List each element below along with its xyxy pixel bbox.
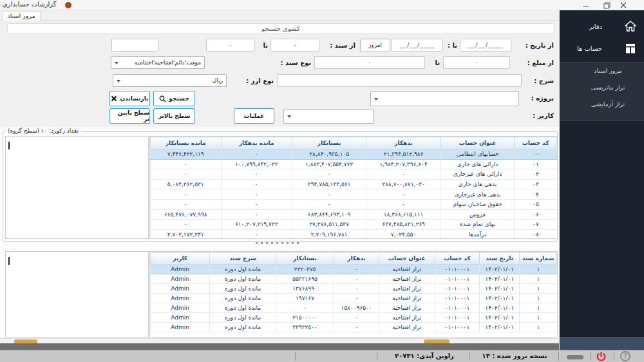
table-row[interactable]: ۱۱۴۰۲/۰۱/۰۱۰۱۰۱۰۰۰۱تراز افتتاحیه۰۲۱۵۰۰۰۰… [151, 313, 557, 323]
table-row[interactable]: ۰۳بدهی های جاری۲۸۸,۷۰۰,۸۷۱,۰۳۰۲۹۳,۷۸۵,۱۳… [151, 179, 557, 189]
search-drawer-header[interactable]: کشوی جستجو [7, 23, 554, 34]
column-header[interactable]: عنوان حساب [379, 252, 435, 265]
table-cell: ۰ [151, 159, 222, 169]
sidebar-item-document-review[interactable]: مرور اسناد [560, 62, 644, 79]
table-cell: تراز افتتاحیه [379, 274, 435, 284]
reset-button-label: بازنشاندن [120, 95, 148, 102]
splitter-handle[interactable] [219, 241, 335, 245]
column-header[interactable]: کد حساب [515, 137, 557, 149]
from-doc-input[interactable]: ۰ [270, 39, 319, 52]
table-row[interactable]: ۱۱۴۰۲/۰۱/۰۱۰۱۰۱۰۰۰۱تراز افتتاحیه۰۳۳۹۳۲۵۰… [151, 323, 557, 332]
extra-input[interactable] [111, 39, 158, 52]
sidebar-item-matrix-balance[interactable]: تراز ماتریسی [560, 79, 644, 96]
window-title: گزارشات حسابداری [3, 1, 57, 8]
column-header[interactable]: بستانکار [276, 252, 334, 265]
sidebar-item-ledgers[interactable]: دفاتر [560, 18, 644, 37]
table-cell: ۰ [151, 220, 222, 230]
tab-document-review[interactable]: مرور اسناد [2, 11, 41, 21]
table-cell: ۰ [151, 169, 222, 180]
table-cell: تراز افتتاحیه [379, 284, 435, 294]
tree-panel-bottom[interactable] [5, 251, 149, 338]
search-button[interactable]: جستجو [153, 91, 195, 106]
search-button-label: جستجو [169, 95, 189, 102]
table-row[interactable]: ۰۵حقوق صاحبان سهام۰۰۰۰ [151, 199, 557, 209]
column-header[interactable]: مانده بدهکار [221, 137, 292, 149]
column-header[interactable]: کد حساب [435, 252, 480, 265]
table-cell: ۰ [334, 284, 379, 294]
table-cell: ۰ [366, 199, 440, 209]
from-amount-input[interactable]: ۰ [443, 56, 510, 69]
column-header[interactable]: تاریخ سند [480, 252, 520, 265]
table-cell: ۲۹۳,۷۸۵,۱۳۳,۵۶۱ [292, 179, 366, 189]
close-button[interactable] [619, 1, 628, 9]
column-header[interactable]: شرح سند [210, 252, 276, 265]
table-cell: ۰ [221, 189, 292, 200]
column-header[interactable]: کاربر [151, 252, 210, 265]
record-count-label: تعداد رکورد: ۱۰ (سطح گروه) [5, 128, 81, 134]
table-row[interactable]: ۰۸درآمدها۷,۰۲۴,۵۵۰۲,۷۰۹,۱۹۶,۷۸۱۰۲,۷۰۲,۱۷… [151, 229, 557, 239]
table-cell: ۰ [334, 313, 379, 323]
level-up-button[interactable]: سطح بالاتر [153, 108, 195, 124]
to-amount-input[interactable]: ۰ [314, 56, 425, 69]
table-cell: ۰۰ [515, 149, 557, 160]
sidebar-item-accounts[interactable]: حساب ها [560, 40, 644, 59]
table-cell: مانده اول دوره [210, 265, 276, 274]
table-cell: فروش [440, 209, 514, 220]
text-caret [8, 257, 10, 265]
column-header[interactable]: عنوان حساب [440, 137, 514, 149]
table-row[interactable]: ۰۶فروش۱۸,۳۶۸,۶۱۵,۱۱۱۶۸۳,۸۴۴,۶۹۳,۱۰۹۰۶۶۵,… [151, 209, 557, 220]
table-row[interactable]: ۱۱۴۰۲/۰۱/۰۱۰۱۰۱۰۰۰۱تراز افتتاحیه۰۱۳۷۶۸۹۹… [151, 284, 557, 294]
table-row[interactable]: ۱۱۴۰۲/۰۱/۰۱۰۱۰۱۰۰۰۱تراز افتتاحیه۰۱۹۷۱۶۷م… [151, 294, 557, 303]
table-cell: دارائی های جاری [440, 159, 514, 169]
column-header[interactable]: بدهکار [334, 252, 379, 265]
column-header[interactable]: بستانکار [292, 137, 366, 149]
power-icon[interactable] [596, 351, 607, 362]
restore-button[interactable] [603, 1, 612, 9]
column-header[interactable]: بدهکار [366, 137, 440, 149]
table-row[interactable]: ۰۰حسابهای انتظامی۲۱,۳۹۴,۵۱۲,۹۸۶۲۸,۸۴۰,۹۳… [151, 149, 557, 160]
tray-pill-icon[interactable] [567, 355, 583, 359]
column-header[interactable]: شماره سند [520, 252, 557, 265]
from-date-input[interactable]: __/__/____ [460, 39, 511, 52]
column-header[interactable]: مانده بستانکار [151, 137, 222, 149]
sidebar: دفاتر حساب ها مرور اسناد تراز ماتریسی تر… [559, 10, 644, 350]
table-cell: ۰۸ [515, 229, 557, 239]
table-row[interactable]: ۱۱۴۰۲/۰۱/۰۱۰۱۰۱۰۰۰۱تراز افتتاحیه۰۲۲۲۰۳۷۵… [151, 265, 557, 274]
table-cell: ۰۱۰۱۰۰۰۱ [435, 284, 480, 294]
table-cell: درآمدها [440, 229, 514, 239]
table-row[interactable]: ۱۱۴۰۲/۰۱/۰۱۰۱۰۱۰۰۰۱تراز افتتاحیه۰۵۵۳۳۱۶۹… [151, 274, 557, 284]
table-cell: بهای تمام شده [440, 220, 514, 230]
reset-button[interactable]: بازنشاندن [109, 91, 150, 106]
chevron-down-icon [374, 98, 378, 100]
chevron-down-icon [117, 80, 120, 82]
table-cell: تراز افتتاحیه [379, 294, 435, 303]
level-up-button-label: سطح بالاتر [158, 113, 191, 119]
level-down-button[interactable]: سطح پایین تر [109, 108, 150, 124]
operations-button[interactable]: عملیات [234, 108, 274, 124]
table-row[interactable]: ۰۲دارائی های غیرجاری۰۰۰۰ [151, 169, 557, 180]
help-icon[interactable]: ? [620, 351, 630, 361]
table-cell: ۱ [520, 294, 557, 303]
today-button[interactable]: امروز [360, 39, 390, 52]
project-select[interactable] [370, 91, 519, 106]
description-input[interactable] [277, 74, 522, 87]
currency-select[interactable]: ریال [113, 74, 227, 87]
doc-type-select[interactable]: موقت؛دائم؛افتتاحیه؛اختتامیه [111, 56, 205, 69]
table-cell: ۰ [334, 323, 379, 332]
minimize-button[interactable] [582, 1, 591, 9]
sidebar-item-trial-balance[interactable]: تراز آزمایشی [560, 96, 644, 113]
to-doc-input[interactable]: ۰ [206, 39, 255, 52]
main-area: مرور اسناد کشوی جستجو از تاریخ : __/__/_… [0, 10, 559, 350]
tree-panel-top[interactable] [5, 136, 149, 239]
table-row[interactable]: ۰۱دارائی های جاری۱,۹۸۴,۲۰۷,۳۹۶,۸۰۴۱,۸۸۳,… [151, 159, 557, 169]
user-label: کاربر : [533, 109, 554, 122]
table-cell: ۰۳ [515, 179, 557, 189]
user-select[interactable] [283, 109, 374, 124]
table-cell: ۰ [221, 209, 292, 220]
to-date-input[interactable]: __/__/____ [392, 39, 443, 52]
table-row[interactable]: ۰۷بهای تمام شده۶۳۷,۴۸۵,۸۳۱,۲۶۹۲۷,۲۷۸,۵۱۱… [151, 220, 557, 230]
table-cell: ۱ [520, 274, 557, 284]
from-date-label: از تاریخ : [526, 39, 554, 52]
table-row[interactable]: ۱۱۴۰۲/۰۱/۰۱۰۱۰۱۰۰۰۱تراز افتتاحیه۱۵۸۰۰۹۶۵… [151, 303, 557, 313]
table-row[interactable]: ۰۴بدهی های غیرجاری۰۰۰۰ [151, 189, 557, 200]
